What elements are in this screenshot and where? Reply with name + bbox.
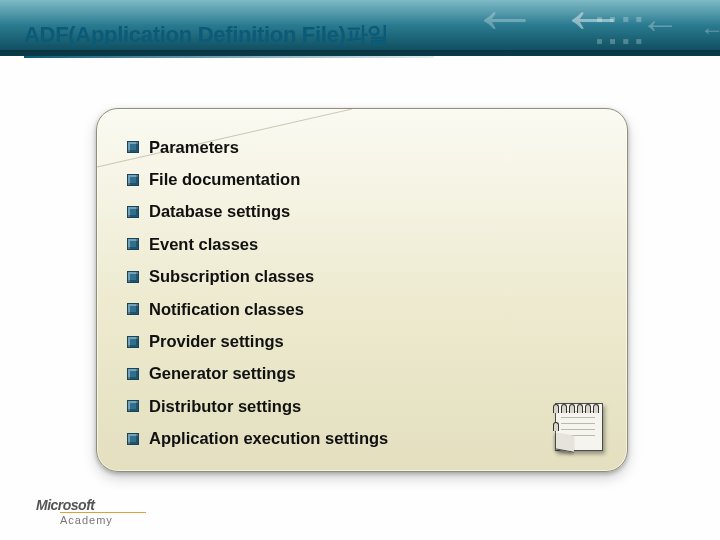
square-bullet-icon: [127, 303, 139, 315]
square-bullet-icon: [127, 368, 139, 380]
list-item-label: Application execution settings: [149, 429, 388, 448]
list-item: Event classes: [127, 228, 603, 260]
list-item: Provider settings: [127, 325, 603, 357]
list-item-label: Event classes: [149, 235, 258, 254]
square-bullet-icon: [127, 141, 139, 153]
notepad-icon: [551, 397, 609, 455]
list-item-label: File documentation: [149, 170, 300, 189]
list-item-label: Database settings: [149, 202, 290, 221]
list-item-label: Subscription classes: [149, 267, 314, 286]
square-bullet-icon: [127, 271, 139, 283]
page-title: ADF(Application Definition File)파일: [24, 20, 544, 50]
content-card: Parameters File documentation Database s…: [96, 108, 628, 472]
title-underline: [24, 56, 434, 58]
list-item-label: Provider settings: [149, 332, 284, 351]
bullet-list: Parameters File documentation Database s…: [127, 131, 603, 455]
slide: ← ← ← ← ▪▪▪▪ ▪▪▪▪ ADF(Application Defini…: [0, 0, 720, 540]
square-bullet-icon: [127, 400, 139, 412]
square-bullet-icon: [127, 174, 139, 186]
list-item-label: Generator settings: [149, 364, 296, 383]
square-bullet-icon: [127, 336, 139, 348]
square-bullet-icon: [127, 206, 139, 218]
arrow-left-icon: ←: [700, 18, 720, 42]
list-item: Application execution settings: [127, 423, 603, 455]
list-item-label: Notification classes: [149, 300, 304, 319]
list-item: Distributor settings: [127, 390, 603, 422]
brand-subtitle: Academy: [60, 512, 146, 526]
square-bullet-icon: [127, 238, 139, 250]
title-block: ADF(Application Definition File)파일: [24, 20, 544, 58]
list-item: Notification classes: [127, 293, 603, 325]
list-item: Database settings: [127, 196, 603, 228]
list-item: Parameters: [127, 131, 603, 163]
list-item: File documentation: [127, 163, 603, 195]
list-item-label: Parameters: [149, 138, 239, 157]
brand-name: Microsoft: [36, 497, 146, 513]
list-item: Generator settings: [127, 358, 603, 390]
brand-block: Microsoft Academy: [36, 497, 146, 526]
header-dots-icon: ▪▪▪▪: [596, 8, 648, 31]
square-bullet-icon: [127, 433, 139, 445]
list-item: Subscription classes: [127, 261, 603, 293]
list-item-label: Distributor settings: [149, 397, 301, 416]
